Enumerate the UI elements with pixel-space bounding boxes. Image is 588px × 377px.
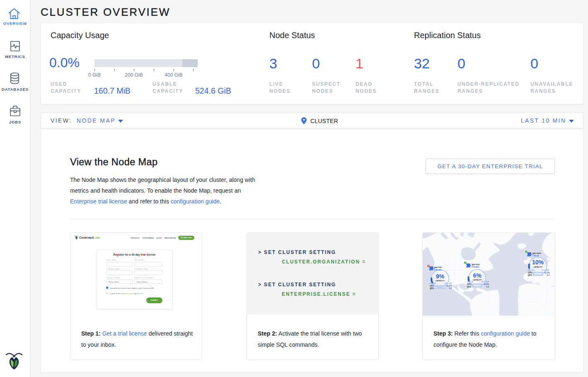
- svg-text:CAPACITY: CAPACITY: [472, 279, 482, 281]
- svg-text:10%: 10%: [532, 259, 544, 266]
- svg-text:0.0: 0.0: [486, 286, 489, 288]
- svg-text:3.6 GiB: 3.6 GiB: [528, 269, 534, 271]
- svg-text:45.7 GiB: 45.7 GiB: [481, 281, 489, 283]
- svg-text:13.3%: 13.3%: [544, 272, 549, 274]
- svg-text:2 Nodes: 2 Nodes: [472, 266, 479, 268]
- svg-text:34.4 GiB: 34.4 GiB: [541, 269, 549, 271]
- svg-text:42.5%: 42.5%: [484, 283, 489, 285]
- svg-text:9%: 9%: [436, 273, 445, 280]
- svg-text:6.4: 6.4: [547, 274, 550, 276]
- svg-text:4.7: 4.7: [449, 288, 452, 290]
- svg-text:6%: 6%: [473, 272, 482, 279]
- svg-text:351 GiB: 351 GiB: [445, 283, 452, 285]
- svg-text:geo=nyc: geo=nyc: [472, 263, 480, 266]
- svg-text:CPU: CPU: [467, 283, 471, 285]
- svg-text:geo=ams: geo=ams: [532, 252, 541, 254]
- svg-text:3.7 GiB: 3.7 GiB: [467, 281, 473, 283]
- svg-text:1 Node: 1 Node: [532, 255, 539, 257]
- svg-text:11.0%: 11.0%: [446, 285, 452, 287]
- svg-text:QPS: QPS: [528, 274, 532, 276]
- svg-text:2 Nodes: 2 Nodes: [434, 269, 442, 271]
- svg-text:CAPACITY: CAPACITY: [436, 280, 445, 282]
- svg-text:QPS: QPS: [430, 288, 434, 290]
- svg-text:QPS: QPS: [467, 286, 471, 288]
- svg-text:CPU: CPU: [528, 272, 532, 274]
- svg-text:CAPACITY: CAPACITY: [533, 266, 542, 268]
- svg-text:3.2 GiB: 3.2 GiB: [429, 283, 436, 285]
- svg-text:geo=sfo: geo=sfo: [434, 266, 442, 268]
- svg-text:CPU: CPU: [430, 285, 434, 287]
